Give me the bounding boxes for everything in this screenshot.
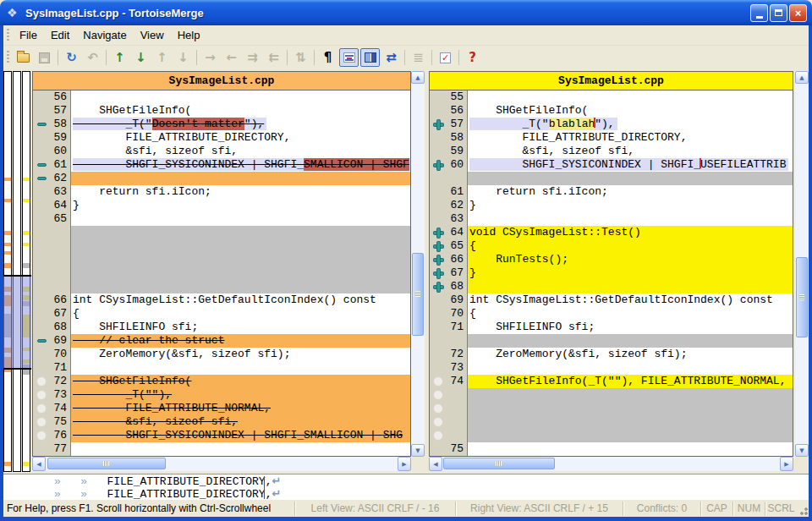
code-line[interactable] [430, 334, 793, 348]
code-line[interactable]: 58 _T("Doesn't matter"), [33, 118, 410, 131]
scroll-down-arrow[interactable]: ▼ [411, 444, 425, 457]
code-line[interactable] [430, 172, 793, 185]
code-line[interactable]: 60 &sfi, sizeof sfi, [33, 145, 410, 158]
code-line[interactable]: 76 SHGFI_SYSICONINDEX | SHGFI_SMALLICON … [33, 429, 410, 442]
code-line[interactable]: 70 ZeroMemory(&sfi, sizeof sfi); [33, 348, 410, 361]
code-line[interactable]: 68 SHFILEINFO sfi; [33, 321, 410, 334]
resize-grip[interactable] [797, 502, 809, 516]
left-pane-header[interactable]: SysImageList.cpp [32, 71, 411, 90]
code-line[interactable]: 67} [430, 266, 793, 280]
code-line[interactable]: 75 [430, 442, 793, 456]
next-conflict-button[interactable]: ↓ [173, 48, 193, 67]
locator-column-2[interactable] [22, 71, 30, 472]
show-whitespace-button[interactable]: ¶ [318, 48, 337, 67]
use-left-block-button[interactable]: ← [222, 48, 241, 67]
open-button[interactable] [14, 48, 33, 67]
right-pane-header[interactable]: SysImageList.cpp [429, 71, 793, 90]
menubar-grip[interactable] [7, 29, 9, 42]
scroll-right-arrow[interactable]: ▶ [780, 457, 793, 471]
wrap-lines-button[interactable]: ≣ [409, 48, 428, 67]
code-line[interactable] [430, 402, 793, 415]
next-difference-button[interactable]: ↓ [131, 48, 151, 67]
code-line[interactable]: 77 [33, 442, 410, 456]
use-both-button[interactable]: ⇅ [291, 48, 310, 67]
code-line[interactable]: 71 [33, 361, 410, 375]
code-line[interactable]: 63 [430, 212, 793, 226]
code-line[interactable] [33, 239, 410, 253]
locator-column-1[interactable] [13, 71, 21, 472]
code-line[interactable] [33, 253, 410, 266]
code-line[interactable] [33, 226, 410, 239]
scroll-right-arrow[interactable]: ▶ [398, 457, 411, 471]
code-line[interactable]: 55 [430, 90, 793, 104]
scroll-down-arrow[interactable]: ▼ [795, 444, 809, 457]
scroll-track[interactable] [795, 84, 809, 444]
toolbar-grip[interactable] [7, 51, 9, 64]
code-line[interactable]: 67{ [33, 307, 410, 321]
undo-button[interactable]: ↶ [83, 48, 102, 67]
code-line[interactable]: 74 SHGetFileInfo(_T(""), FILE_ATTRIBUTE_… [430, 375, 793, 388]
code-line[interactable]: 73 [430, 361, 793, 375]
scroll-track[interactable] [442, 457, 780, 471]
code-line[interactable]: 70{ [430, 307, 793, 321]
switch-left-right-button[interactable]: ⇄ [381, 48, 401, 67]
code-line[interactable]: 56 SHGetFileInfo( [430, 104, 793, 118]
code-line[interactable]: 73 _T(""), [33, 388, 410, 402]
save-button[interactable] [35, 48, 54, 67]
code-line[interactable] [430, 415, 793, 429]
maximize-button[interactable] [770, 4, 787, 22]
code-line[interactable]: 72 ZeroMemory(&sfi, sizeof sfi); [430, 348, 793, 361]
scroll-track[interactable] [411, 84, 425, 444]
code-line[interactable]: 62 [33, 172, 410, 185]
use-right-file-button[interactable]: ⇉ [243, 48, 262, 67]
menu-edit[interactable]: Edit [44, 26, 76, 44]
code-line[interactable]: 57 _T("blablah"), [430, 118, 793, 131]
scroll-track[interactable] [46, 457, 398, 471]
code-line[interactable]: 65 [33, 212, 410, 226]
use-right-block-button[interactable]: → [200, 48, 220, 67]
menu-navigate[interactable]: Navigate [76, 26, 133, 44]
code-line[interactable]: 64void CSysImageList::Test() [430, 226, 793, 239]
code-line[interactable]: 65{ [430, 239, 793, 253]
prev-difference-button[interactable]: ↑ [110, 48, 129, 67]
scroll-left-arrow[interactable]: ◀ [32, 457, 46, 471]
menu-file[interactable]: File [13, 26, 44, 44]
code-line[interactable]: 71 SHFILEINFO sfi; [430, 321, 793, 334]
code-line[interactable]: 74 FILE_ATTRIBUTE_NORMAL, [33, 402, 410, 415]
settings-button[interactable]: ✓ [436, 48, 455, 67]
reload-button[interactable]: ↻ [62, 48, 81, 67]
code-line[interactable]: 64} [33, 199, 410, 212]
code-line[interactable] [430, 429, 793, 442]
scroll-thumb[interactable] [412, 253, 424, 336]
code-line[interactable]: 57 SHGetFileInfo( [33, 104, 410, 118]
scroll-thumb[interactable] [443, 458, 555, 469]
code-line[interactable]: 66int CSysImageList::GetDefaultIconIndex… [33, 293, 410, 307]
code-line[interactable]: 66 RunTests(); [430, 253, 793, 266]
minimize-button[interactable] [750, 4, 768, 22]
scroll-up-arrow[interactable]: ▲ [795, 71, 809, 84]
code-line[interactable] [33, 266, 410, 280]
help-button[interactable]: ? [463, 48, 482, 67]
code-line[interactable] [430, 388, 793, 402]
use-left-file-button[interactable]: ⇇ [264, 48, 283, 67]
code-line[interactable]: 59 FILE_ATTRIBUTE_DIRECTORY, [33, 131, 410, 145]
code-line[interactable]: 62} [430, 199, 793, 212]
code-line[interactable]: 60 SHGFI_SYSICONINDEX | SHGFI_USEFILEATT… [430, 158, 793, 172]
prev-conflict-button[interactable]: ↑ [152, 48, 172, 67]
menu-view[interactable]: View [134, 26, 171, 44]
inline-diff-button[interactable] [339, 48, 359, 67]
code-line[interactable]: 75 &sfi, sizeof sfi, [33, 415, 410, 429]
code-line[interactable]: 58 FILE_ATTRIBUTE_DIRECTORY, [430, 131, 793, 145]
code-line[interactable]: 61 SHGFI_SYSICONINDEX | SHGFI_SMALLICON … [33, 158, 410, 172]
locator-column-0[interactable] [3, 71, 12, 472]
code-line[interactable]: 63 return sfi.iIcon; [33, 185, 410, 199]
scroll-left-arrow[interactable]: ◀ [429, 457, 442, 471]
scroll-thumb[interactable] [796, 257, 808, 337]
code-line[interactable] [33, 280, 410, 293]
menu-help[interactable]: Help [171, 26, 207, 44]
code-line[interactable]: 61 return sfi.iIcon; [430, 185, 793, 199]
scroll-thumb[interactable] [47, 458, 166, 469]
code-line[interactable]: 69 // clear the struct [33, 334, 410, 348]
code-line[interactable]: 68 [430, 280, 793, 293]
scroll-up-arrow[interactable]: ▲ [411, 71, 425, 84]
